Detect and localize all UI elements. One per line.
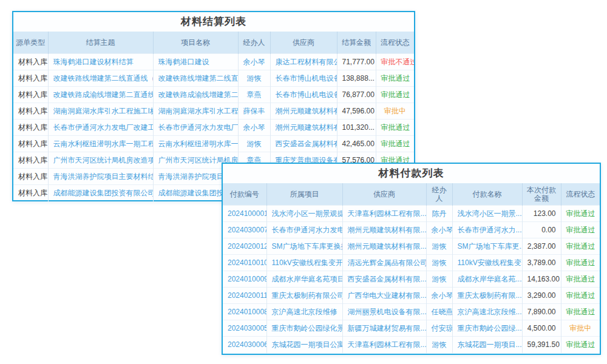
project-link[interactable]: 京沪高速北京段维修 bbox=[266, 304, 342, 320]
payment-table: 付款编号 所属项目 供应商 经办人 付款名称 本次付款金额 流程状态 20241… bbox=[223, 183, 600, 353]
status-cell: 审批通过 bbox=[561, 337, 600, 353]
settlement-row: 材料入库 云南水利枢纽潜明水库一期工程施... 云南水利枢纽潜明水库一... 游… bbox=[13, 136, 414, 152]
handler-link[interactable]: 游恢 bbox=[426, 255, 452, 271]
supplier-link[interactable]: 长春市博山机电设备... bbox=[270, 70, 337, 87]
column-header-project: 所属项目 bbox=[266, 183, 342, 206]
supplier-link[interactable]: 潮州元顺建筑材料有限... bbox=[342, 238, 426, 255]
supplier-link[interactable]: 西安盛器金属材料有限... bbox=[342, 271, 426, 288]
handler-link[interactable]: 陈丹 bbox=[426, 206, 452, 222]
amount-cell: 3,290.00 bbox=[522, 288, 561, 304]
handler-link[interactable]: 游恢 bbox=[238, 136, 270, 152]
supplier-link[interactable]: 天津嘉利园林工程有限... bbox=[342, 337, 426, 353]
payment-row: 2024020012 SM广场地下车库更换摄... 潮州元顺建筑材料有限... … bbox=[223, 238, 600, 255]
handler-link[interactable]: 余小琴 bbox=[238, 120, 270, 136]
supplier-link[interactable]: 潮州元顺建筑材料有... bbox=[270, 103, 337, 120]
payment-name-link[interactable]: 东城花园一期项目... bbox=[452, 337, 522, 353]
project-link[interactable]: 浅水湾小区一期景观提... bbox=[266, 206, 342, 222]
handler-link[interactable]: 余小琴 bbox=[426, 288, 452, 304]
subject-link[interactable]: 改建铁路成渝线增建第二直通线（... bbox=[48, 87, 153, 103]
supplier-link[interactable]: 长春市博山机电设备... bbox=[270, 87, 337, 103]
payment-name-link[interactable]: 长春市伊通河水力... bbox=[452, 222, 522, 238]
payment-name-link[interactable]: 110kV安徽线程集变... bbox=[452, 255, 522, 271]
project-link[interactable]: 重庆市鹅岭公园绿化景... bbox=[266, 320, 342, 337]
source-type-cell: 材料入库 bbox=[13, 185, 48, 201]
handler-link[interactable]: 章燕 bbox=[238, 87, 270, 103]
column-header-payment-number: 付款编号 bbox=[223, 183, 266, 206]
column-header-handler: 经办人 bbox=[426, 183, 452, 206]
payment-row: 2024100001 浅水湾小区一期景观提... 天津嘉利园林工程有限... 陈… bbox=[223, 206, 600, 222]
payment-name-link[interactable]: 重庆太极制药有限... bbox=[452, 288, 522, 304]
column-header-handler: 经办人 bbox=[238, 32, 270, 54]
project-link[interactable]: 成都水岸华庭名苑项目... bbox=[266, 271, 342, 288]
settlement-row: 材料入库 湖南洞庭湖水库引水工程施工I标材... 湖南洞庭湖水库引水工程... … bbox=[13, 103, 414, 120]
project-link[interactable]: 湖南洞庭湖水库引水工程... bbox=[153, 103, 238, 120]
amount-cell: 76,877.00 bbox=[337, 87, 376, 103]
amount-cell: 4,500.00 bbox=[522, 320, 561, 337]
payment-number-link[interactable]: 2024100001 bbox=[223, 206, 266, 222]
payment-number-link[interactable]: 2024010010 bbox=[223, 255, 266, 271]
column-header-status: 流程状态 bbox=[376, 32, 414, 54]
project-link[interactable]: 110kV安徽线程集变开断... bbox=[266, 255, 342, 271]
supplier-link[interactable]: 新疆万城建材贸易有限... bbox=[342, 320, 426, 337]
status-cell: 审批通过 bbox=[561, 222, 600, 238]
handler-link[interactable]: 游恢 bbox=[426, 271, 452, 288]
handler-link[interactable]: 游恢 bbox=[426, 337, 452, 353]
status-cell: 审批通过 bbox=[561, 304, 600, 320]
payment-name-link[interactable]: SM广场地下车库更... bbox=[452, 238, 522, 255]
subject-link[interactable]: 成都能源建设集团投资有限公司临... bbox=[48, 185, 153, 201]
payment-number-link[interactable]: 2024010008 bbox=[223, 304, 266, 320]
supplier-link[interactable]: 西安盛器金属材料有... bbox=[270, 136, 337, 152]
handler-link[interactable]: 付安琼 bbox=[426, 320, 452, 337]
supplier-link[interactable]: 康达工程材料有限公司 bbox=[270, 54, 337, 70]
source-type-cell: 材料入库 bbox=[13, 70, 48, 87]
project-link[interactable]: 云南水利枢纽潜明水库一... bbox=[153, 136, 238, 152]
subject-link[interactable]: 广州市天河区统计局机房改造项目... bbox=[48, 152, 153, 169]
handler-link[interactable]: 薛保丰 bbox=[238, 103, 270, 120]
payment-number-link[interactable]: 2024010009 bbox=[223, 271, 266, 288]
handler-link[interactable]: 任晓燕 bbox=[426, 304, 452, 320]
payment-name-link[interactable]: 京沪高速北京段维... bbox=[452, 304, 522, 320]
status-cell: 审批通过 bbox=[376, 70, 414, 87]
subject-link[interactable]: 长春市伊通河水力发电厂改建工程... bbox=[48, 120, 153, 136]
payment-number-link[interactable]: 2024030006 bbox=[223, 337, 266, 353]
project-link[interactable]: 重庆太极制药有限公司... bbox=[266, 288, 342, 304]
handler-link[interactable]: 余小琴 bbox=[426, 222, 452, 238]
project-link[interactable]: 改建铁路线增建第二线直... bbox=[153, 70, 238, 87]
amount-cell: 101,320... bbox=[337, 120, 376, 136]
source-type-cell: 材料入库 bbox=[13, 120, 48, 136]
handler-link[interactable]: 游恢 bbox=[238, 70, 270, 87]
handler-link[interactable]: 游恢 bbox=[426, 238, 452, 255]
project-link[interactable]: SM广场地下车库更换摄... bbox=[266, 238, 342, 255]
supplier-link[interactable]: 潮州元顺建筑材料有... bbox=[270, 120, 337, 136]
source-type-cell: 材料入库 bbox=[13, 136, 48, 152]
project-link[interactable]: 改建铁路成渝线增建第二... bbox=[153, 87, 238, 103]
payment-number-link[interactable]: 2024020011 bbox=[223, 288, 266, 304]
subject-link[interactable]: 湖南洞庭湖水库引水工程施工I标材... bbox=[48, 103, 153, 120]
payment-number-link[interactable]: 2024030007 bbox=[223, 222, 266, 238]
source-type-cell: 材料入库 bbox=[13, 87, 48, 103]
project-link[interactable]: 珠海鹤港口建设 bbox=[153, 54, 238, 70]
supplier-link[interactable]: 广西华电大业建材有限... bbox=[342, 288, 426, 304]
supplier-link[interactable]: 清远光辉金属品有限公司 bbox=[342, 255, 426, 271]
payment-number-link[interactable]: 2024030005 bbox=[223, 320, 266, 337]
subject-link[interactable]: 云南水利枢纽潜明水库一期工程施... bbox=[48, 136, 153, 152]
supplier-link[interactable]: 潮州元顺建筑材料有限... bbox=[342, 222, 426, 238]
payment-number-link[interactable]: 2024020012 bbox=[223, 238, 266, 255]
handler-link[interactable]: 余小琴 bbox=[238, 54, 270, 70]
settlement-list-title: 材料结算列表 bbox=[13, 12, 414, 32]
amount-cell: 123.00 bbox=[522, 206, 561, 222]
status-cell: 审批不通过 bbox=[376, 54, 414, 70]
subject-link[interactable]: 青海洪湖养护院项目主要材料结算 bbox=[48, 169, 153, 185]
subject-link[interactable]: 珠海鹤港口建设材料结算 bbox=[48, 54, 153, 70]
column-header-payment-name: 付款名称 bbox=[452, 183, 522, 206]
project-link[interactable]: 长春市伊通河水力发电... bbox=[266, 222, 342, 238]
payment-name-link[interactable]: 成都水岸华庭名苑... bbox=[452, 271, 522, 288]
supplier-link[interactable]: 天津嘉利园林工程有限... bbox=[342, 206, 426, 222]
payment-name-link[interactable]: 浅水湾小区一期景... bbox=[452, 206, 522, 222]
subject-link[interactable]: 改建铁路线增建第二线直通线（成... bbox=[48, 70, 153, 87]
project-link[interactable]: 长春市伊通河水力发电厂... bbox=[153, 120, 238, 136]
payment-name-link[interactable]: 重庆市鹅岭公园绿... bbox=[452, 320, 522, 337]
settlement-row: 材料入库 改建铁路成渝线增建第二直通线（... 改建铁路成渝线增建第二... 章… bbox=[13, 87, 414, 103]
supplier-link[interactable]: 湖州丽景机电设备有限... bbox=[342, 304, 426, 320]
project-link[interactable]: 东城花园一期项目公寓... bbox=[266, 337, 342, 353]
